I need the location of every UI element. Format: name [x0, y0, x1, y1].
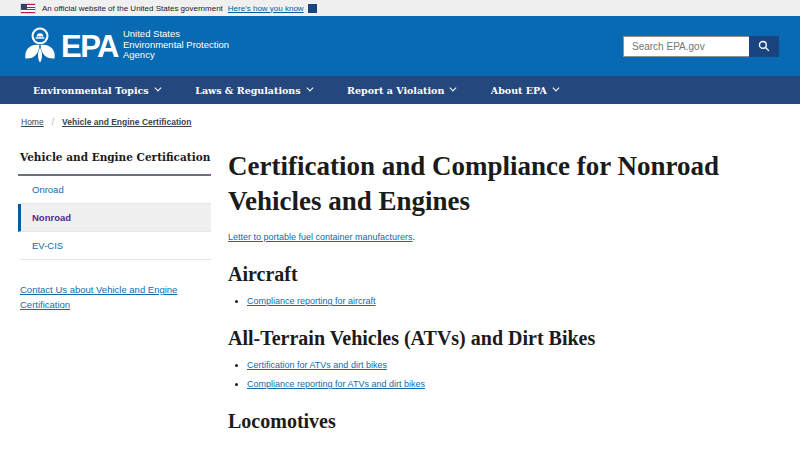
site-header: EPA United States Environmental Protecti… — [0, 16, 800, 76]
usa-gov-banner: An official website of the United States… — [0, 0, 800, 16]
us-flag-icon — [21, 4, 35, 13]
compliance-reporting-atvs-link[interactable]: Compliance reporting for ATVs and dirt b… — [247, 379, 425, 389]
list-item: Compliance reporting for aircraft — [247, 296, 780, 306]
aircraft-link-list: Compliance reporting for aircraft — [228, 296, 780, 306]
side-navigation: Vehicle and Engine Certification Onroad … — [18, 145, 211, 433]
contact-us-link[interactable]: Contact Us about Vehicle and Engine Cert… — [20, 282, 188, 312]
nav-item-about-epa[interactable]: About EPA — [491, 85, 558, 96]
nav-item-label: Report a Violation — [347, 85, 444, 96]
list-item: Certification for ATVs and dirt bikes — [247, 360, 780, 370]
chevron-down-icon — [306, 85, 312, 91]
chevron-down-icon — [553, 85, 559, 91]
search-button[interactable] — [749, 36, 779, 57]
breadcrumb: Home / Vehicle and Engine Certification — [0, 104, 800, 137]
sidebar-item-onroad[interactable]: Onroad — [18, 176, 211, 204]
epa-logo[interactable]: EPA United States Environmental Protecti… — [21, 25, 229, 67]
main-content: Certification and Compliance for Nonroad… — [228, 145, 780, 433]
sidenav-title: Vehicle and Engine Certification — [18, 145, 211, 176]
page-title: Certification and Compliance for Nonroad… — [228, 149, 780, 219]
section-heading-locomotives: Locomotives — [228, 410, 780, 433]
intro-paragraph: Letter to portable fuel container manufa… — [228, 232, 780, 242]
search-input[interactable] — [623, 36, 749, 57]
sidenav-list: Onroad Nonroad EV-CIS — [18, 176, 211, 260]
portable-fuel-container-letter-link[interactable]: Letter to portable fuel container manufa… — [228, 232, 413, 242]
epa-wordmark: EPA — [61, 31, 118, 62]
breadcrumb-home-link[interactable]: Home — [21, 117, 44, 127]
nav-item-label: About EPA — [491, 85, 547, 96]
sidebar-item-ev-cis[interactable]: EV-CIS — [18, 232, 211, 260]
intro-period: . — [413, 232, 416, 242]
chevron-down-icon — [450, 85, 456, 91]
compliance-reporting-aircraft-link[interactable]: Compliance reporting for aircraft — [247, 296, 376, 306]
epa-flower-icon — [21, 25, 59, 67]
atv-link-list: Certification for ATVs and dirt bikes Co… — [228, 360, 780, 389]
breadcrumb-vehicle-engine-cert-link[interactable]: Vehicle and Engine Certification — [62, 117, 191, 127]
nav-item-label: Laws & Regulations — [195, 85, 300, 96]
heres-how-you-know-link[interactable]: Here's how you know — [228, 4, 304, 13]
breadcrumb-separator: / — [52, 117, 54, 127]
nav-item-environmental-topics[interactable]: Environmental Topics — [33, 85, 159, 96]
certification-atvs-link[interactable]: Certification for ATVs and dirt bikes — [247, 360, 387, 370]
nav-item-report-violation[interactable]: Report a Violation — [347, 85, 455, 96]
gov-banner-text: An official website of the United States… — [42, 4, 223, 13]
content-area: Vehicle and Engine Certification Onroad … — [0, 137, 800, 433]
list-item: Compliance reporting for ATVs and dirt b… — [247, 379, 780, 389]
section-heading-aircraft: Aircraft — [228, 263, 780, 286]
section-heading-atvs-dirt-bikes: All-Terrain Vehicles (ATVs) and Dirt Bik… — [228, 327, 780, 350]
banner-toggle-icon[interactable] — [308, 4, 317, 13]
nav-item-label: Environmental Topics — [33, 85, 149, 96]
epa-tagline: United States Environmental Protection A… — [123, 29, 229, 61]
sidebar-item-nonroad[interactable]: Nonroad — [18, 204, 211, 232]
primary-nav: Environmental Topics Laws & Regulations … — [0, 76, 800, 104]
chevron-down-icon — [154, 85, 160, 91]
search-icon — [758, 40, 770, 52]
site-search — [623, 36, 779, 57]
nav-item-laws-regulations[interactable]: Laws & Regulations — [195, 85, 311, 96]
